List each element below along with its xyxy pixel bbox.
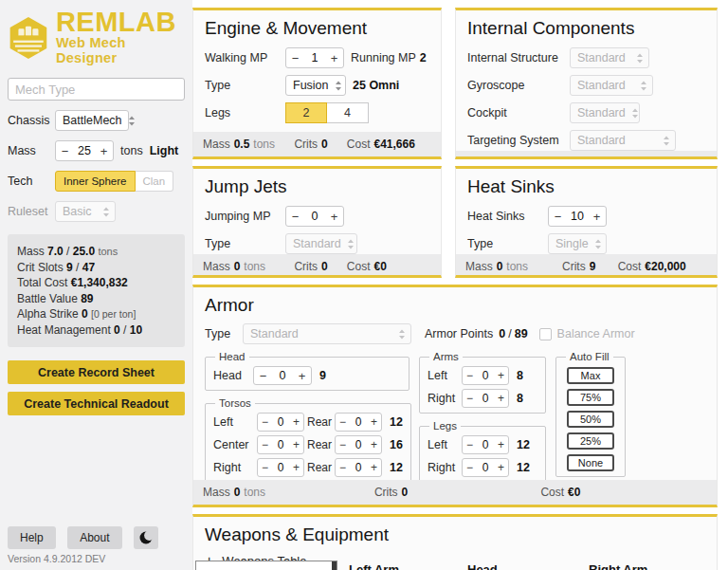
walking-mp-decrease-button[interactable]: −	[286, 48, 304, 67]
heat-sinks-decrease-button[interactable]: −	[549, 207, 567, 226]
mass-stepper: − 25 +	[55, 140, 114, 161]
walking-mp-increase-button[interactable]: +	[325, 48, 343, 67]
right-torso-front-increase-button[interactable]: +	[289, 459, 303, 476]
walking-mp-label: Walking MP	[205, 51, 285, 64]
remlab-hexagon-logo-icon	[8, 15, 49, 61]
heat-sinks-footer-stats: Mass0tons Crits9 Cost€20,000	[456, 254, 717, 278]
chevron-updown-icon	[640, 81, 647, 91]
right-arm-increase-button[interactable]: +	[494, 390, 508, 407]
mech-type-input[interactable]	[8, 78, 185, 101]
jumping-mp-decrease-button[interactable]: −	[286, 207, 304, 226]
auto-fill-max-button[interactable]: Max	[567, 367, 614, 384]
jumping-mp-increase-button[interactable]: +	[325, 207, 343, 226]
jump-cost-value: €0	[374, 260, 387, 273]
listbox-scrollbar[interactable]	[332, 561, 337, 570]
left-leg-decrease-button[interactable]: −	[463, 436, 477, 453]
left-arm-decrease-button[interactable]: −	[463, 367, 477, 384]
right-arm-row: Right − 0 + 8	[428, 389, 537, 408]
heat-sinks-count-value: 10	[567, 210, 588, 223]
auto-fill-50-button[interactable]: 50%	[567, 411, 614, 428]
armor-panel: Armor Type Standard Armor Points 0 / 89 …	[192, 285, 718, 507]
engine-movement-title: Engine & Movement	[193, 10, 441, 41]
remlab-app: REMLAB Web Mech Designer Chassis BattleM…	[0, 0, 728, 570]
create-record-sheet-button[interactable]: Create Record Sheet	[8, 360, 185, 384]
right-leg-decrease-button[interactable]: −	[463, 459, 477, 476]
right-torso-rear-decrease-button[interactable]: −	[336, 459, 350, 476]
summary-alpha-strike: Alpha Strike 0 [0 per ton]	[17, 307, 175, 322]
engine-type-select[interactable]: Fusion	[285, 75, 346, 96]
ruleset-select: Basic	[55, 201, 116, 222]
tech-clan-button[interactable]: Clan	[136, 171, 174, 192]
summary-mass-max: 25.0	[73, 245, 95, 258]
left-leg-stepper: − 0 +	[462, 435, 509, 454]
running-mp-label: Running MP	[351, 51, 416, 64]
chevron-updown-icon	[102, 207, 110, 217]
center-torso-front-decrease-button[interactable]: −	[258, 436, 272, 453]
legs-4-button[interactable]: 4	[327, 102, 369, 123]
head-armor-fieldset: Head Head − 0 + 9	[205, 351, 410, 391]
legs-label: Legs	[205, 106, 285, 120]
head-armor-increase-button[interactable]: +	[293, 367, 311, 384]
center-torso-front-increase-button[interactable]: +	[289, 436, 303, 453]
column-header-left-arm: Left Arm	[349, 562, 399, 570]
armor-footer-stats: Mass0tons Crits0 Cost€0	[193, 480, 717, 505]
chassis-row: Chassis BattleMech	[8, 110, 185, 131]
auto-fill-none-button[interactable]: None	[567, 454, 614, 471]
mass-increase-button[interactable]: +	[95, 141, 113, 160]
left-arm-stepper: − 0 +	[462, 366, 509, 385]
right-leg-row: Right − 0 + 12	[428, 458, 537, 477]
walking-mp-stepper: − 1 +	[285, 47, 344, 68]
main-content: Engine & Movement Walking MP − 1 + Runni…	[192, 0, 728, 570]
internal-crits-value: 0	[590, 156, 596, 159]
jump-jets-title: Jump Jets	[193, 169, 441, 199]
auto-fill-25-button[interactable]: 25%	[567, 432, 614, 450]
heat-mass-value: 0	[497, 260, 503, 273]
engine-cost-value: €41,666	[374, 138, 415, 151]
internal-components-panel: Internal Components Internal Structure S…	[455, 8, 718, 159]
left-torso-front-increase-button[interactable]: +	[289, 414, 303, 431]
mech-summary-box: Mass 7.0 / 25.0 tons Crit Slots 9 / 47 T…	[8, 234, 185, 347]
mass-label: Mass	[8, 144, 55, 157]
heat-sinks-panel: Heat Sinks Heat Sinks − 10 + Type Single	[455, 166, 718, 278]
jump-type-select: Standard	[285, 233, 357, 254]
heat-cost-value: €20,000	[645, 260, 685, 273]
right-torso-front-decrease-button[interactable]: −	[258, 459, 272, 476]
left-torso-rear-increase-button[interactable]: +	[367, 414, 381, 431]
dark-mode-toggle-button[interactable]	[134, 526, 158, 549]
about-button[interactable]: About	[67, 526, 121, 549]
chassis-select[interactable]: BattleMech	[55, 110, 129, 131]
internal-cost-value: €560,000	[645, 156, 692, 159]
left-leg-increase-button[interactable]: +	[494, 436, 508, 453]
weapons-listbox[interactable]	[195, 561, 337, 570]
tech-inner-sphere-button[interactable]: Inner Sphere	[55, 171, 136, 192]
cockpit-select: Standard	[570, 102, 640, 123]
center-torso-rear-decrease-button[interactable]: −	[336, 436, 350, 453]
center-torso-rear-increase-button[interactable]: +	[367, 436, 381, 453]
head-armor-decrease-button[interactable]: −	[254, 367, 272, 384]
chevron-updown-icon	[347, 239, 355, 249]
cockpit-label: Cockpit	[467, 106, 570, 120]
summary-crit-slots: Crit Slots 9 / 47	[17, 261, 175, 275]
legs-2-button[interactable]: 2	[285, 102, 327, 123]
left-torso-rear-decrease-button[interactable]: −	[336, 414, 350, 431]
heat-sinks-increase-button[interactable]: +	[588, 207, 606, 226]
right-leg-increase-button[interactable]: +	[494, 459, 508, 476]
head-armor-value: 0	[272, 369, 293, 382]
jump-type-label: Type	[205, 237, 285, 250]
mass-decrease-button[interactable]: −	[56, 141, 74, 160]
right-torso-rear-increase-button[interactable]: +	[367, 459, 381, 476]
summary-heat-management: Heat Management 0 / 10	[17, 323, 175, 338]
internal-footer-stats: Mass6.5tons Crits0 Cost€560,000	[456, 151, 717, 159]
left-arm-increase-button[interactable]: +	[494, 367, 508, 384]
help-button[interactable]: Help	[8, 526, 56, 549]
create-technical-readout-button[interactable]: Create Technical Readout	[8, 392, 185, 415]
jump-jets-footer-stats: Mass0tons Crits0 Cost€0	[193, 254, 441, 278]
engine-crits-value: 0	[321, 138, 328, 151]
summary-battle-value: Battle Value 89	[17, 292, 175, 306]
engine-type-label: Type	[205, 79, 285, 92]
left-torso-front-decrease-button[interactable]: −	[258, 414, 272, 431]
right-arm-decrease-button[interactable]: −	[463, 390, 477, 407]
auto-fill-75-button[interactable]: 75%	[567, 389, 614, 406]
head-armor-max: 9	[319, 369, 326, 382]
armor-type-select: Standard	[243, 323, 411, 344]
